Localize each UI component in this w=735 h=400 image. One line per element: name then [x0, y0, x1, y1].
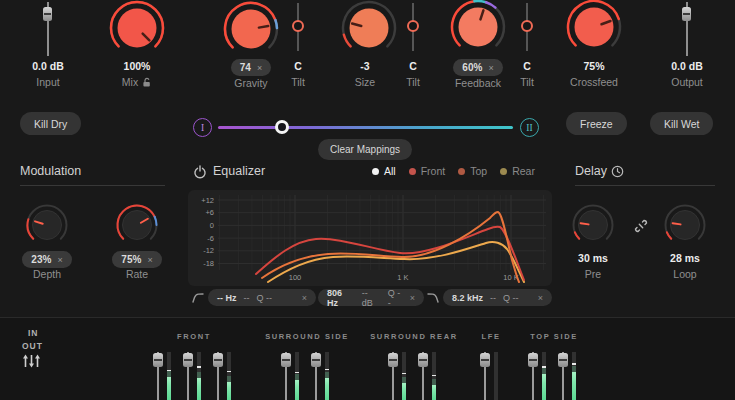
crossfeed-value: 75%: [554, 60, 634, 72]
modulation-title: Modulation: [20, 164, 81, 178]
eq-radio-top[interactable]: Top: [458, 165, 487, 177]
mapping-marker-two[interactable]: II: [520, 118, 539, 137]
tilt3-slider[interactable]: [521, 3, 533, 55]
depth-badge[interactable]: 23% ×: [22, 251, 71, 268]
loop-delay-value: 28 ms: [645, 252, 725, 264]
kill-wet-button[interactable]: Kill Wet: [650, 112, 713, 135]
rate-badge[interactable]: 75% ×: [112, 251, 161, 268]
plugin-window: 0.0 dB Input 100% Mix 74 × Gravity C Til…: [0, 0, 735, 400]
eq-band-2-q[interactable]: Q --: [388, 288, 403, 308]
meter-strip: [0, 318, 735, 400]
eq-band-3-gain[interactable]: --: [490, 293, 496, 303]
eq-radio-rear[interactable]: Rear: [500, 165, 535, 177]
depth-clear-icon[interactable]: ×: [57, 255, 62, 265]
modulation-divider: [20, 185, 165, 186]
rate-knob[interactable]: [114, 202, 160, 248]
freeze-button[interactable]: Freeze: [566, 112, 627, 135]
equalizer-power-icon[interactable]: [193, 165, 207, 179]
output-slider[interactable]: [681, 2, 693, 58]
channel-fader-handle[interactable]: [480, 353, 490, 367]
loop-delay-knob[interactable]: [662, 202, 708, 248]
orange-curve: [262, 212, 519, 282]
clear-mappings-button[interactable]: Clear Mappings: [318, 139, 412, 160]
output-slider-handle[interactable]: [682, 7, 691, 21]
crossfeed-label: Crossfeed: [554, 76, 634, 88]
kill-dry-button[interactable]: Kill Dry: [20, 112, 81, 135]
mapping-gradient-line[interactable]: [218, 126, 513, 129]
lowpass-filter-icon[interactable]: [426, 291, 440, 305]
output-label: Output: [647, 76, 727, 88]
red-curve: [256, 227, 524, 280]
channel-fader-handle[interactable]: [558, 353, 568, 367]
tilt3-handle[interactable]: [521, 20, 533, 32]
equalizer-curves-plot: +12+60-6-12-181001 K10 K: [188, 190, 552, 286]
clock-icon[interactable]: [611, 165, 624, 178]
pre-delay-label: Pre: [553, 268, 633, 280]
io-mixer-icon[interactable]: [22, 354, 42, 368]
channel-fader-handle[interactable]: [388, 353, 398, 367]
feedback-knob[interactable]: [448, 0, 508, 57]
size-knob[interactable]: [339, 0, 399, 58]
channel-fader-handle[interactable]: [213, 353, 223, 367]
delay-title: Delay: [575, 164, 607, 178]
input-slider[interactable]: [42, 2, 54, 58]
rate-value: 75%: [121, 254, 141, 265]
eq-tick-label: +12: [201, 196, 214, 205]
mapping-slider[interactable]: I II: [193, 117, 539, 137]
eq-band-2-gain[interactable]: -- dB: [362, 288, 381, 308]
channel-fader-handle[interactable]: [418, 353, 428, 367]
eq-radio-front[interactable]: Front: [409, 165, 446, 177]
mapping-slider-handle[interactable]: [275, 120, 289, 134]
eq-band-3-freq[interactable]: 8.2 kHz: [452, 293, 483, 303]
eq-radio-front-dot: [409, 168, 416, 175]
crossfeed-knob[interactable]: [564, 0, 624, 57]
eq-band-1-gain[interactable]: --: [244, 293, 250, 303]
highpass-filter-icon[interactable]: [191, 291, 205, 305]
yellow-curve: [268, 242, 524, 282]
mix-knob[interactable]: [107, 0, 167, 58]
channel-fader-handle[interactable]: [183, 353, 193, 367]
tilt1-slider[interactable]: [292, 3, 304, 55]
tilt2-handle[interactable]: [407, 20, 419, 32]
channel-fader-handle[interactable]: [281, 353, 291, 367]
rate-label: Rate: [97, 268, 177, 280]
eq-band-2[interactable]: 806 Hz -- dB Q -- ×: [318, 289, 424, 306]
depth-knob[interactable]: [24, 202, 70, 248]
input-slider-handle[interactable]: [43, 7, 52, 21]
eq-tick-label: 0: [210, 221, 214, 230]
rate-clear-icon[interactable]: ×: [147, 255, 152, 265]
pre-delay-knob[interactable]: [570, 202, 616, 248]
gravity-value: 74: [240, 62, 251, 73]
eq-radio-all[interactable]: All: [372, 165, 396, 177]
rate-badge-wrap: 75% ×: [97, 249, 177, 268]
mix-label-row: Mix: [97, 76, 177, 88]
eq-band-2-clear-icon[interactable]: ×: [410, 293, 415, 303]
eq-band-3[interactable]: 8.2 kHz -- Q -- ×: [443, 289, 552, 306]
tilt2-slider[interactable]: [407, 3, 419, 55]
eq-tick-label: 1 K: [397, 273, 408, 282]
delay-divider: [575, 185, 715, 186]
gravity-knob[interactable]: [221, 0, 281, 59]
equalizer-graph[interactable]: +12+60-6-12-181001 K10 K: [188, 190, 552, 286]
lock-open-icon[interactable]: [142, 77, 152, 88]
eq-band-1-freq[interactable]: -- Hz: [217, 293, 237, 303]
channel-fader-handle[interactable]: [311, 353, 321, 367]
eq-band-1-clear-icon[interactable]: ×: [302, 293, 307, 303]
eq-band-2-freq[interactable]: 806 Hz: [327, 288, 355, 308]
eq-tick-label: 100: [289, 273, 302, 282]
eq-band-3-clear-icon[interactable]: ×: [538, 293, 543, 303]
eq-band-1-q[interactable]: Q --: [257, 293, 273, 303]
output-value: 0.0 dB: [647, 60, 727, 72]
eq-radio-top-dot: [458, 168, 465, 175]
input-label: Input: [8, 76, 88, 88]
tilt1-handle[interactable]: [292, 20, 304, 32]
mapping-marker-one[interactable]: I: [193, 118, 212, 137]
mix-label: Mix: [122, 76, 138, 88]
channel-fader-handle[interactable]: [153, 353, 163, 367]
unlink-icon[interactable]: [633, 218, 649, 234]
in-label: IN: [28, 328, 39, 338]
eq-band-3-q[interactable]: Q --: [503, 293, 519, 303]
eq-band-1[interactable]: -- Hz -- Q -- ×: [208, 289, 316, 306]
eq-radio-front-label: Front: [421, 165, 446, 177]
channel-fader-handle[interactable]: [528, 353, 538, 367]
